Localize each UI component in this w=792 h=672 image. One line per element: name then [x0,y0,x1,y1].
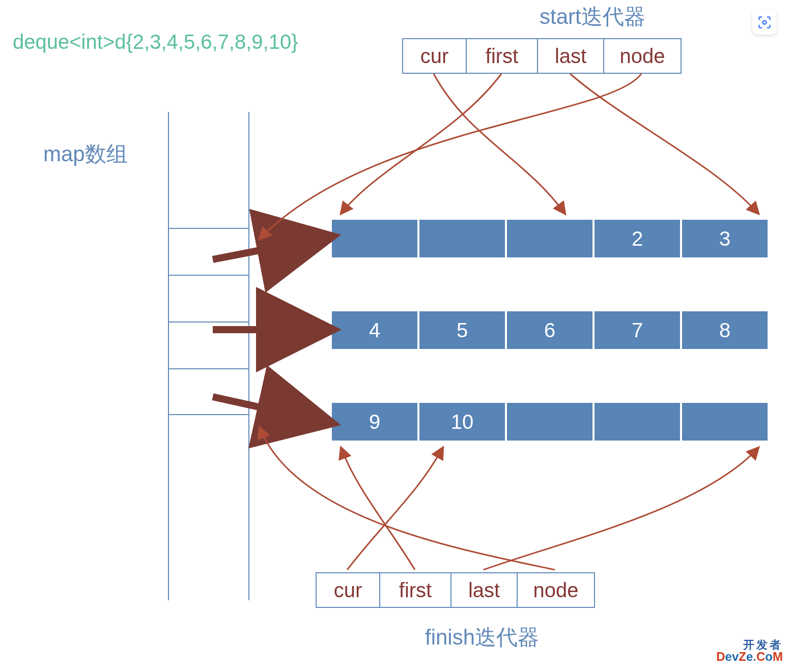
map-array-column [168,112,249,600]
buffer-cell: 7 [593,310,681,350]
map-cell-3 [169,368,248,415]
map-cell-0 [169,228,248,275]
start-iterator-label: start迭代器 [540,3,645,31]
finish-iterator-box: cur first last node [316,572,595,608]
buffer-cell [506,219,593,258]
map-cell-2 [169,322,248,368]
finish-first-cell: first [380,573,451,607]
watermark-line2: DevZe.CoM [716,651,783,663]
finish-iterator-label: finish迭代器 [425,623,539,652]
deque-declaration-title: deque<int>d{2,3,4,5,6,7,8,9,10} [13,31,298,53]
svg-point-0 [763,21,767,24]
watermark: 开发者 DevZe.CoM [716,639,783,663]
buffer-cell [331,219,418,258]
finish-cur-cell: cur [317,573,380,607]
buffer-cell: 3 [681,219,769,258]
buffer-cell: 6 [506,310,593,350]
finish-last-cell: last [451,573,518,607]
buffer-row-0: 2 3 [331,219,769,258]
buffer-cell: 4 [331,310,418,350]
start-node-cell: node [604,39,681,73]
scan-icon[interactable] [752,10,777,35]
map-array-label: map数组 [43,140,128,168]
buffer-cell [681,402,769,442]
start-first-cell: first [467,39,538,73]
buffer-cell [418,219,506,258]
buffer-cell [593,402,681,442]
start-cur-cell: cur [403,39,467,73]
buffer-row-1: 4 5 6 7 8 [331,310,769,350]
buffer-cell: 2 [593,219,681,258]
watermark-line1: 开发者 [716,639,783,651]
buffer-cell: 8 [681,310,769,350]
start-iterator-box: cur first last node [402,38,682,74]
buffer-cell [506,402,593,442]
map-cell-1 [169,275,248,322]
start-last-cell: last [538,39,604,73]
buffer-cell: 10 [418,402,506,442]
buffer-cell: 9 [331,402,418,442]
buffer-cell: 5 [418,310,506,350]
buffer-row-2: 9 10 [331,402,769,442]
finish-node-cell: node [518,573,594,607]
